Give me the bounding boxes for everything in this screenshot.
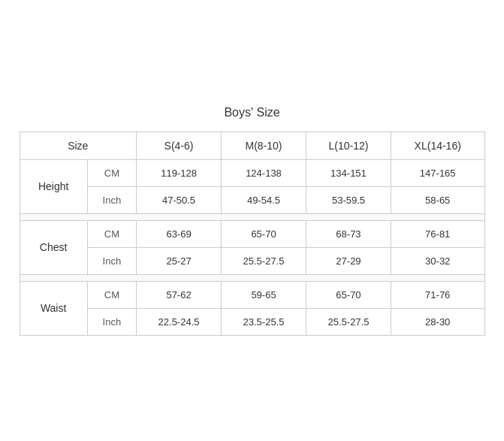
data-cell: 76-81: [391, 220, 484, 247]
spacer-row: [20, 213, 484, 220]
size-header: Size: [20, 131, 137, 159]
data-cell: 59-65: [222, 281, 306, 308]
data-cell: 63-69: [137, 220, 222, 247]
unit-cell: Inch: [87, 247, 136, 274]
unit-cell: CM: [87, 159, 136, 186]
data-cell: 119-128: [137, 159, 222, 186]
data-cell: 28-30: [391, 308, 484, 335]
table-row: Inch25-2725.5-27.527-2930-32: [20, 247, 484, 274]
header-row: Size S(4-6) M(8-10) L(10-12) XL(14-16): [20, 131, 484, 159]
data-cell: 147-165: [391, 159, 484, 186]
data-cell: 53-59.5: [306, 186, 391, 213]
table-row: HeightCM119-128124-138134-151147-165: [20, 159, 484, 186]
col-l: L(10-12): [306, 131, 391, 159]
data-cell: 22.5-24.5: [137, 308, 222, 335]
data-cell: 30-32: [391, 247, 484, 274]
chart-title: Boys' Size: [20, 106, 485, 119]
data-cell: 25-27: [137, 247, 222, 274]
unit-cell: Inch: [87, 308, 136, 335]
table-row: WaistCM57-6259-6565-7071-76: [20, 281, 484, 308]
data-cell: 58-65: [391, 186, 484, 213]
size-table: Size S(4-6) M(8-10) L(10-12) XL(14-16) H…: [20, 131, 485, 336]
data-cell: 134-151: [306, 159, 391, 186]
spacer-row: [20, 274, 484, 281]
data-cell: 71-76: [391, 281, 484, 308]
table-row: Inch47-50.549-54.553-59.558-65: [20, 186, 484, 213]
data-cell: 65-70: [306, 281, 391, 308]
data-cell: 57-62: [137, 281, 222, 308]
data-cell: 68-73: [306, 220, 391, 247]
unit-cell: Inch: [87, 186, 136, 213]
data-cell: 49-54.5: [222, 186, 306, 213]
table-row: Inch22.5-24.523.5-25.525.5-27.528-30: [20, 308, 484, 335]
category-cell-chest: Chest: [20, 220, 87, 274]
category-cell-waist: Waist: [20, 281, 87, 335]
table-row: ChestCM63-6965-7068-7376-81: [20, 220, 484, 247]
data-cell: 23.5-25.5: [222, 308, 306, 335]
unit-cell: CM: [87, 281, 136, 308]
data-cell: 65-70: [222, 220, 306, 247]
data-cell: 124-138: [222, 159, 306, 186]
col-xl: XL(14-16): [391, 131, 484, 159]
col-m: M(8-10): [222, 131, 306, 159]
data-cell: 27-29: [306, 247, 391, 274]
col-s: S(4-6): [137, 131, 222, 159]
unit-cell: CM: [87, 220, 136, 247]
size-chart-container: Boys' Size Size S(4-6) M(8-10) L(10-12) …: [12, 91, 493, 351]
data-cell: 25.5-27.5: [222, 247, 306, 274]
data-cell: 47-50.5: [137, 186, 222, 213]
data-cell: 25.5-27.5: [306, 308, 391, 335]
category-cell-height: Height: [20, 159, 87, 213]
